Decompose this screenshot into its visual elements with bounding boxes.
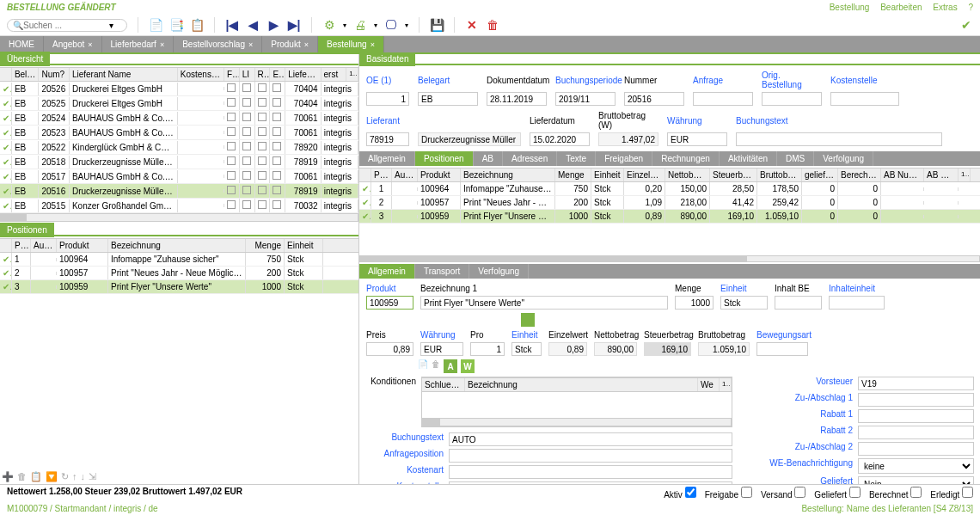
subtab-adressen[interactable]: Adressen xyxy=(503,151,557,166)
subtab-dms[interactable]: DMS xyxy=(777,151,814,166)
chk-geliefert[interactable]: Geliefert xyxy=(814,487,861,500)
d-lbl-inhalteh[interactable]: Inhalteinheit xyxy=(829,284,885,293)
val-waehr[interactable] xyxy=(667,132,727,146)
search-box[interactable]: 🔍 ▾ xyxy=(7,19,127,32)
trash-icon[interactable]: 🗑 xyxy=(432,359,440,373)
table-row[interactable]: ✔3100959Print Flyer "Unsere Werte"1000St… xyxy=(359,210,980,224)
val-buchper[interactable] xyxy=(555,92,616,106)
search-input[interactable] xyxy=(23,21,109,30)
color-square[interactable] xyxy=(521,313,535,327)
dropdown-icon[interactable]: ▾ xyxy=(109,21,113,30)
val-nummer[interactable] xyxy=(624,92,684,106)
subtab-freigaben[interactable]: Freigaben xyxy=(596,151,652,166)
first-icon[interactable]: |◀ xyxy=(225,18,239,32)
lbl-kost[interactable]: Kostenstelle xyxy=(830,76,899,85)
mini-add-icon[interactable]: ➕ xyxy=(2,471,14,482)
subtab-ab[interactable]: AB xyxy=(474,151,503,166)
detailtab-verfolgung[interactable]: Verfolgung xyxy=(469,264,529,279)
d-anfragepos[interactable] xyxy=(449,449,732,463)
d-val-einheit[interactable] xyxy=(720,296,768,310)
val-dokdatum[interactable] xyxy=(487,92,547,106)
d-zuab1[interactable] xyxy=(858,393,974,407)
tab-home[interactable]: HOME xyxy=(0,36,44,52)
col-fg[interactable]: FG xyxy=(224,68,240,81)
val-belegart[interactable] xyxy=(418,92,478,106)
mini-export-icon[interactable]: ⇲ xyxy=(89,471,96,482)
tab-bestellung[interactable]: Bestellung× xyxy=(318,36,384,52)
detailtab-allgemein[interactable]: Allgemein xyxy=(359,264,415,279)
table-row[interactable]: ✔EB20522Kinderglück GmbH & Co. KG78920in… xyxy=(0,140,358,155)
subtab-verfolgung[interactable]: Verfolgung xyxy=(814,151,873,166)
d-val-waehr[interactable] xyxy=(420,342,463,356)
w-button[interactable]: W xyxy=(461,359,475,373)
prev-icon[interactable]: ◀ xyxy=(246,18,260,32)
subtab-allgemein[interactable]: Allgemein xyxy=(359,151,415,166)
lbl-anfrage[interactable]: Anfrage xyxy=(693,76,753,85)
next-icon[interactable]: ▶ xyxy=(266,18,280,32)
table-row[interactable]: ✔EB20515Konzer Großhandel GmbH70032integ… xyxy=(0,199,358,213)
col-beleg[interactable]: Beleg... xyxy=(12,68,40,81)
doc-plus-icon[interactable]: 📄 xyxy=(149,18,162,32)
hscroll3[interactable] xyxy=(359,255,980,262)
val-kost[interactable] xyxy=(830,92,899,106)
d-zuab2[interactable] xyxy=(858,442,974,456)
detailtab-transport[interactable]: Transport xyxy=(415,264,469,279)
paste-icon[interactable]: 📋 xyxy=(190,18,204,32)
table-row[interactable]: ✔EB20524BAUHAUS GmbH & Co. KG70061integr… xyxy=(0,111,358,126)
table-row[interactable]: ✔1100964Infomappe "Zuhause sich...750Stc… xyxy=(359,182,980,196)
d-buchtxt[interactable] xyxy=(449,432,732,446)
val-liefnr[interactable] xyxy=(366,132,409,146)
d-val-beweg[interactable] xyxy=(756,342,808,356)
val-anfrage[interactable] xyxy=(693,92,753,106)
mini-up-icon[interactable]: ↑ xyxy=(72,471,77,482)
chk-freigabe[interactable]: Freigabe xyxy=(705,487,752,500)
col-er[interactable]: ER xyxy=(270,68,285,81)
lbl-belegart[interactable]: Belegart xyxy=(418,76,478,85)
table-row[interactable]: ✔2100957Print "Neues Jahr - Neue Möglich… xyxy=(0,267,358,280)
col-liefname[interactable]: Lieferant Name xyxy=(70,68,178,81)
val-orig[interactable] xyxy=(762,92,822,106)
chk-erledigt[interactable]: Erledigt xyxy=(930,487,973,500)
table-row[interactable]: ✔3100959Print Flyer "Unsere Werte"1000St… xyxy=(0,280,358,294)
chk-versand[interactable]: Versand xyxy=(761,487,805,500)
subtab-rechnungen[interactable]: Rechnungen xyxy=(652,151,720,166)
table-row[interactable]: ✔EB20526Druckerei Eltges GmbH70404integr… xyxy=(0,82,358,96)
col-re[interactable]: RE xyxy=(255,68,271,81)
col-num[interactable]: Num? xyxy=(39,68,69,81)
table-row[interactable]: ✔EB20518Druckerzeugnisse Müller GmbH7891… xyxy=(0,155,358,169)
d-val-preis[interactable] xyxy=(366,342,413,356)
col-erst[interactable]: erst xyxy=(322,68,347,81)
tab-lieferbedarf[interactable]: Lieferbedarf× xyxy=(102,36,175,52)
d-lbl-einheit[interactable]: Einheit xyxy=(720,284,768,293)
chk-aktiv[interactable]: Aktiv xyxy=(664,487,695,500)
cancel-icon[interactable]: ✕ xyxy=(465,18,479,32)
d-val-produkt[interactable] xyxy=(366,296,413,310)
hscroll[interactable] xyxy=(0,213,358,222)
col-li[interactable]: LI xyxy=(240,68,255,81)
tab-bestellvorschlag[interactable]: Bestellvorschlag× xyxy=(174,36,262,52)
d-vorsteuer[interactable] xyxy=(858,377,974,390)
d-lbl-produkt[interactable]: Produkt xyxy=(366,284,413,293)
d-val-inhalteh[interactable] xyxy=(829,296,885,310)
subtab-aktivitäten[interactable]: Aktivitäten xyxy=(720,151,777,166)
menu-bearbeiten[interactable]: Bearbeiten xyxy=(880,3,922,12)
mini-copy-icon[interactable]: 📋 xyxy=(30,471,42,482)
check-icon[interactable]: ✔ xyxy=(959,18,973,32)
table-row[interactable]: ✔EB20523BAUHAUS GmbH & Co. KG70061integr… xyxy=(0,126,358,140)
val-oe[interactable] xyxy=(366,92,409,106)
subtab-texte[interactable]: Texte xyxy=(557,151,596,166)
lbl-waehr[interactable]: Währung xyxy=(667,116,727,126)
last-icon[interactable]: ▶| xyxy=(287,18,301,32)
table-row[interactable]: ✔EB20525Druckerei Eltges GmbH70404integr… xyxy=(0,96,358,111)
d-rabatt1[interactable] xyxy=(858,409,974,423)
d-webenach[interactable]: keine xyxy=(858,458,974,474)
val-buchtxt[interactable] xyxy=(736,132,942,146)
col-kost[interactable]: Kostenstelle xyxy=(178,68,224,81)
copy-icon[interactable]: 📑 xyxy=(169,18,183,32)
lbl-lieferant[interactable]: Lieferant xyxy=(366,116,409,126)
subtab-positionen[interactable]: Positionen xyxy=(415,151,474,166)
tab-angebot[interactable]: Angebot× xyxy=(44,36,102,52)
d-rabatt2[interactable] xyxy=(858,426,974,439)
menu-help[interactable]: ? xyxy=(968,3,973,12)
d-val-bez1[interactable] xyxy=(420,296,668,310)
